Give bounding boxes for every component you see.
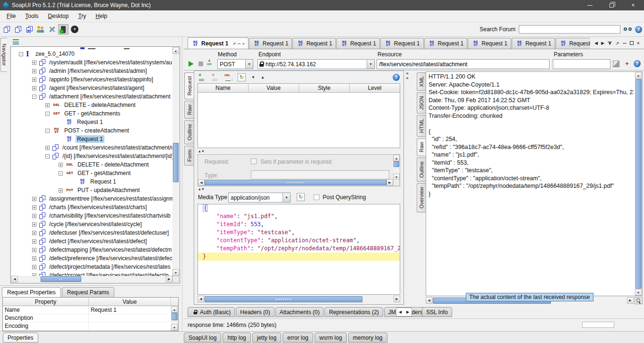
- cancel-request-button[interactable]: [198, 62, 203, 66]
- zoom-response-icon[interactable]: [635, 297, 643, 304]
- tree-expander[interactable]: +: [32, 248, 36, 252]
- response-view-tab-outline[interactable]: Outline: [417, 158, 426, 182]
- request-view-tab-request[interactable]: Request: [184, 72, 194, 99]
- close-tab-icon[interactable]: ×: [242, 42, 245, 46]
- log-tab-jetty-log[interactable]: jetty log: [252, 333, 281, 343]
- request-view-tab-outline[interactable]: Outline: [184, 120, 194, 144]
- scroll-up-button[interactable]: ▲: [393, 155, 400, 161]
- recreate-body-icon[interactable]: ↻: [297, 193, 305, 201]
- scroll-thumb[interactable]: [41, 276, 81, 282]
- response-vscrollbar[interactable]: ▲ ▼: [635, 72, 642, 296]
- tree-item[interactable]: +DELDELETE - deleteAttachment: [11, 160, 172, 169]
- request-view-tab-form[interactable]: Form: [184, 146, 194, 166]
- tree-item[interactable]: -/attachment [/flex/services/rest/latest…: [11, 92, 172, 101]
- close-button[interactable]: ×: [622, 0, 644, 10]
- minimize-button[interactable]: [579, 0, 601, 10]
- response-view-tab-json[interactable]: JSON: [417, 92, 426, 114]
- parameters-input[interactable]: [553, 59, 610, 69]
- scroll-up-button[interactable]: ▲: [171, 306, 178, 313]
- response-view-tab-xml[interactable]: XML: [417, 72, 426, 91]
- import-project-icon[interactable]: [13, 24, 23, 35]
- response-view-tab-raw[interactable]: Raw: [417, 138, 426, 156]
- add-param-icon[interactable]: +: [198, 73, 206, 81]
- update-from-url-icon[interactable]: ↻: [238, 73, 246, 81]
- tree-item[interactable]: +/agent [/flex/services/rest/latest/agen…: [11, 84, 172, 92]
- scroll-thumb[interactable]: [394, 161, 399, 167]
- forum-icon[interactable]: [35, 24, 46, 35]
- new-project-icon[interactable]: [1, 24, 12, 35]
- tree-expander[interactable]: -: [32, 95, 36, 99]
- property-row[interactable]: NameRequest 1: [3, 306, 178, 314]
- tree-expander[interactable]: +: [32, 222, 36, 227]
- scroll-down-button[interactable]: ▼: [171, 324, 178, 331]
- tree-expander[interactable]: +: [45, 146, 50, 150]
- scroll-right-button[interactable]: ▶: [627, 297, 634, 304]
- scroll-up-button[interactable]: ▲: [172, 47, 179, 54]
- navigator-side-tab[interactable]: Navigator: [0, 38, 7, 72]
- tree-item[interactable]: -Izee_5.0_14070: [11, 50, 172, 58]
- chevron-down-icon[interactable]: ▼: [367, 60, 374, 69]
- menu-try[interactable]: Try: [73, 11, 91, 21]
- detail-vscrollbar[interactable]: ▲ ▼: [393, 155, 400, 180]
- type-select[interactable]: [251, 170, 389, 179]
- tree-vscrollbar[interactable]: ▲ ▼: [172, 47, 179, 276]
- media-type-select[interactable]: application/json ▼: [228, 193, 291, 202]
- add-to-testcase-icon[interactable]: +: [207, 59, 212, 65]
- menu-file[interactable]: File: [2, 11, 20, 21]
- move-down-icon[interactable]: ▼: [251, 75, 255, 79]
- scroll-thumb[interactable]: [172, 313, 178, 320]
- log-tab-http-log[interactable]: http log: [223, 333, 250, 343]
- property-row[interactable]: Encoding: [3, 322, 178, 330]
- tree-expander[interactable]: +: [32, 197, 36, 201]
- next-tab-icon[interactable]: ▶: [601, 41, 604, 45]
- help-icon[interactable]: ?: [635, 26, 642, 33]
- splitter-handle[interactable]: ▲▼: [198, 150, 205, 153]
- menu-help[interactable]: Help: [91, 11, 112, 21]
- tree-item[interactable]: +/defect/project [/flex/services/rest/la…: [11, 271, 172, 276]
- tree-item[interactable]: +/assignmenttree [/flex/services/rest/la…: [11, 194, 172, 203]
- submit-request-button[interactable]: [189, 61, 194, 67]
- property-value-cell[interactable]: [89, 322, 178, 330]
- next-tab-icon[interactable]: ▶: [406, 310, 409, 314]
- close-window-icon[interactable]: ×: [637, 40, 640, 46]
- tab-request-properties[interactable]: Request Properties: [2, 287, 61, 297]
- response-view-tab-html[interactable]: HTML: [417, 115, 426, 137]
- tree-expander[interactable]: +: [32, 265, 36, 269]
- tree-item[interactable]: RE STRequest 1: [11, 135, 172, 143]
- add-parameter-icon[interactable]: +: [625, 60, 629, 67]
- method-select[interactable]: POST ▼: [217, 59, 253, 69]
- tree-item[interactable]: RE STRequest 1: [11, 118, 172, 126]
- help-icon[interactable]: ?: [393, 74, 400, 81]
- search-forum-icon[interactable]: [624, 26, 632, 32]
- scroll-left-button[interactable]: ◀: [11, 276, 18, 282]
- tree-item[interactable]: RE STRequest 1: [11, 177, 172, 186]
- tree-item[interactable]: +/defect/project/metadata [/flex/service…: [11, 263, 172, 271]
- tab-attachments-0-[interactable]: Attachments (0): [275, 307, 324, 317]
- tree-expander[interactable]: +: [32, 256, 36, 261]
- panel-collapse-handle[interactable]: <>: [404, 71, 410, 307]
- extract-params-icon[interactable]: URL↓: [224, 73, 232, 81]
- minimize-tab-icon[interactable]: [238, 44, 240, 44]
- tab-auth-basic-[interactable]: Auth (Basic): [188, 307, 235, 317]
- request-tab[interactable]: RE STRequest 1: [424, 38, 468, 49]
- tree-item[interactable]: -GETGET - getAttachment: [11, 169, 172, 177]
- tree-item[interactable]: +/admin [/flex/services/rest/latest/admi…: [11, 67, 172, 75]
- property-row[interactable]: Description: [3, 314, 178, 322]
- tree-item[interactable]: +/appinfo [/flex/services/rest/latest/ap…: [11, 75, 172, 84]
- tree-item[interactable]: +/cycle [/flex/services/rest/latest/cycl…: [11, 220, 172, 229]
- tree-expander[interactable]: -: [19, 52, 23, 56]
- request-tab[interactable]: RE STRequest 1: [292, 38, 336, 49]
- delete-param-icon[interactable]: ×: [211, 73, 219, 81]
- request-view-tab-raw[interactable]: Raw: [184, 101, 194, 119]
- tree-item[interactable]: -GETGET - getAttachments: [11, 109, 172, 118]
- tree-expander[interactable]: +: [32, 86, 36, 90]
- tree-expander[interactable]: +: [32, 61, 36, 65]
- scroll-up-button[interactable]: ▲: [635, 72, 642, 79]
- scroll-left-button[interactable]: ◀: [198, 179, 205, 186]
- float-window-icon[interactable]: ↗: [615, 41, 619, 46]
- request-tab[interactable]: RE STRequest 1: [512, 38, 555, 49]
- request-tab[interactable]: RE STRequest 1: [468, 38, 511, 49]
- tree-expander[interactable]: +: [59, 163, 63, 167]
- request-tab[interactable]: RE STRequest 1: [380, 38, 424, 49]
- chevron-down-icon[interactable]: ▼: [283, 193, 290, 202]
